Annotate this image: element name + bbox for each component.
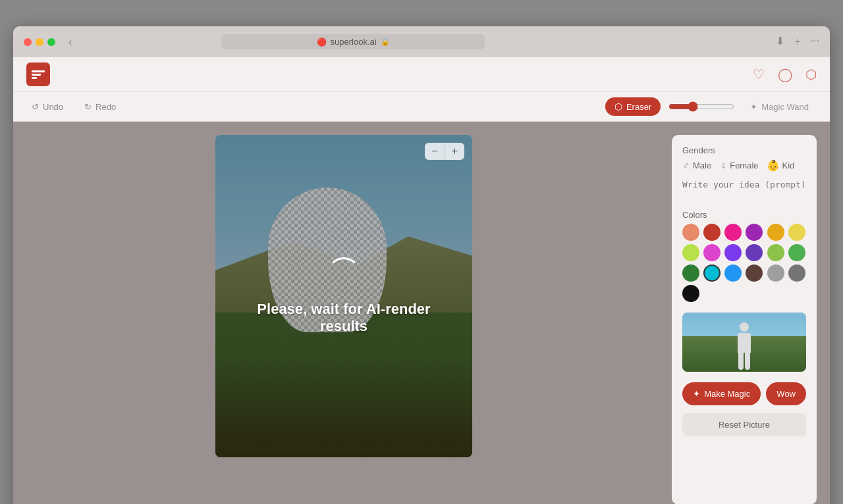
brush-size-slider[interactable] <box>668 101 734 112</box>
redo-button[interactable]: ↻ Redo <box>79 99 121 114</box>
gender-kid[interactable]: 👶 Kid <box>767 159 795 172</box>
color-swatch-magenta[interactable] <box>703 244 721 261</box>
color-swatch-deep-purple[interactable] <box>746 244 763 261</box>
image-container[interactable]: Please, wait for AI-render results − + <box>215 135 472 457</box>
color-swatch-violet[interactable] <box>724 244 742 261</box>
color-swatch-black[interactable] <box>682 285 699 302</box>
action-buttons: ✦ Make Magic Wow <box>682 382 806 405</box>
color-swatch-gray[interactable] <box>767 265 784 282</box>
heart-icon[interactable]: ♡ <box>753 66 765 82</box>
color-swatch-hot-pink[interactable] <box>724 224 742 241</box>
preview-image <box>682 313 806 372</box>
minimize-button[interactable] <box>36 38 43 46</box>
loading-overlay: Please, wait for AI-render results <box>215 135 472 457</box>
gender-options: ♂ Male ♀ Female 👶 Kid <box>682 159 806 172</box>
color-swatch-brown[interactable] <box>746 265 763 282</box>
genders-title: Genders <box>682 145 806 155</box>
color-swatch-yellow[interactable] <box>788 224 805 241</box>
zoom-controls: − + <box>425 143 464 160</box>
main-area: Please, wait for AI-render results − + <box>13 122 830 504</box>
logo <box>26 63 50 86</box>
male-icon: ♂ <box>682 160 690 172</box>
new-tab-icon[interactable]: ＋ <box>792 35 803 49</box>
browser-actions: ⬇ ＋ ··· <box>776 35 819 49</box>
user-icon[interactable]: ◯ <box>778 66 792 82</box>
magic-wand-icon: ✦ <box>750 102 757 112</box>
idea-input[interactable] <box>682 180 806 199</box>
download-icon[interactable]: ⬇ <box>776 35 784 49</box>
share-icon[interactable]: ⬡ <box>805 66 817 82</box>
svg-rect-1 <box>32 74 41 76</box>
color-swatch-lime[interactable] <box>682 244 699 261</box>
gender-male[interactable]: ♂ Male <box>682 159 711 172</box>
svg-rect-2 <box>32 77 37 79</box>
colors-title: Colors <box>682 210 806 220</box>
zoom-in-button[interactable]: + <box>445 143 464 160</box>
color-swatch-blue[interactable] <box>724 265 742 282</box>
maximize-button[interactable] <box>47 38 55 46</box>
color-swatch-green[interactable] <box>788 244 805 261</box>
toolbar: ↺ Undo ↻ Redo ⬡ Eraser <box>13 92 830 122</box>
colors-section: Colors <box>682 210 806 302</box>
svg-rect-0 <box>32 70 45 72</box>
zoom-out-button[interactable]: − <box>425 143 444 160</box>
color-swatch-purple[interactable] <box>746 224 763 241</box>
address-bar[interactable]: 🔴 superlook.ai 🔒 <box>221 34 485 49</box>
traffic-lights <box>24 38 55 46</box>
color-swatch-amber[interactable] <box>767 224 784 241</box>
close-button[interactable] <box>24 38 32 46</box>
color-swatch-red[interactable] <box>703 224 721 241</box>
color-swatch-light-green[interactable] <box>767 244 784 261</box>
color-swatch-dark-green[interactable] <box>682 265 699 282</box>
make-magic-button[interactable]: ✦ Make Magic <box>682 382 761 405</box>
genders-section: Genders ♂ Male ♀ Female 👶 <box>682 145 806 172</box>
url-text: superlook.ai <box>331 37 377 47</box>
female-icon: ♀ <box>719 160 727 172</box>
kid-icon: 👶 <box>767 159 780 172</box>
magic-wand-button[interactable]: ✦ Magic Wand <box>742 99 817 114</box>
browser-window: ‹ 🔴 superlook.ai 🔒 ⬇ ＋ ··· <box>13 26 830 504</box>
loading-text: Please, wait for AI-render results <box>245 301 443 335</box>
eraser-button[interactable]: ⬡ Eraser <box>605 97 661 116</box>
more-options-icon[interactable]: ··· <box>811 35 819 49</box>
app-content: ♡ ◯ ⬡ ↺ Undo ↻ Redo <box>13 57 830 504</box>
color-grid <box>682 224 806 302</box>
right-panel: Genders ♂ Male ♀ Female 👶 <box>672 135 817 504</box>
color-swatch-cyan[interactable] <box>703 265 721 282</box>
idea-section <box>682 180 806 202</box>
logo-icon <box>26 63 50 86</box>
toolbar-left: ↺ Undo ↻ Redo <box>26 99 121 114</box>
top-nav: ♡ ◯ ⬡ <box>13 57 830 92</box>
nav-icons: ♡ ◯ ⬡ <box>753 66 817 82</box>
back-button[interactable]: ‹ <box>68 36 72 48</box>
undo-button[interactable]: ↺ Undo <box>26 99 68 114</box>
canvas-area: Please, wait for AI-render results − + <box>26 135 661 504</box>
lock-icon: 🔒 <box>381 38 390 46</box>
gender-female[interactable]: ♀ Female <box>719 159 758 172</box>
brush-size-slider-container <box>668 101 734 112</box>
color-swatch-dark-gray[interactable] <box>788 265 805 282</box>
wow-button[interactable]: Wow <box>766 382 806 405</box>
color-swatch-salmon[interactable] <box>682 224 699 241</box>
redo-icon: ↻ <box>84 102 92 112</box>
reset-picture-button[interactable]: Reset Picture <box>682 413 806 436</box>
undo-icon: ↺ <box>32 102 39 112</box>
browser-titlebar: ‹ 🔴 superlook.ai 🔒 ⬇ ＋ ··· <box>13 26 830 57</box>
wand-icon: ✦ <box>693 389 700 399</box>
loading-spinner <box>327 257 360 290</box>
favicon-icon: 🔴 <box>317 38 327 47</box>
toolbar-center: ⬡ Eraser ✦ Magic Wand <box>605 97 817 116</box>
eraser-icon: ⬡ <box>614 101 622 112</box>
